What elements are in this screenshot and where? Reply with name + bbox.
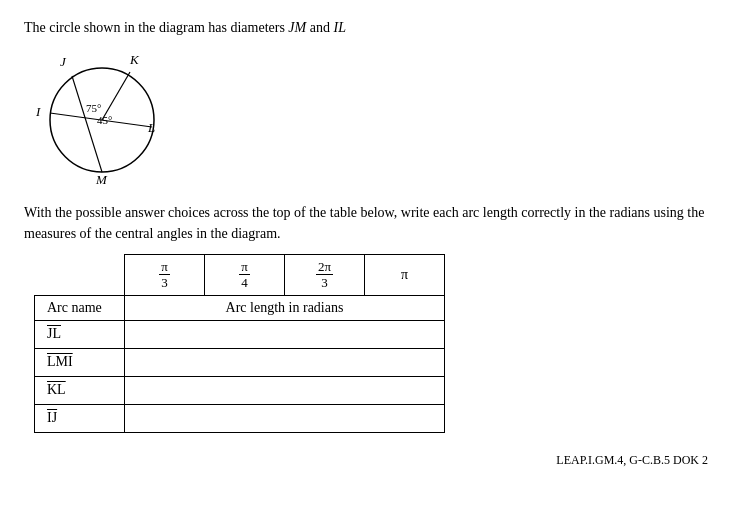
arc-ij: IJ [35, 404, 125, 432]
col-arc-name: Arc name [35, 295, 125, 320]
arc-kl-answer[interactable] [125, 376, 445, 404]
circle-diagram: J K I L M 75° 45° [34, 48, 174, 188]
angle-45: 45° [97, 114, 112, 126]
table-row-lmi: LMI [35, 348, 445, 376]
arc-lmi: LMI [35, 348, 125, 376]
choice-2pi-3: 2π 3 [285, 254, 365, 295]
svg-line-3 [102, 72, 130, 120]
label-k: K [129, 52, 140, 67]
arc-jl-answer[interactable] [125, 320, 445, 348]
table-row-kl: KL [35, 376, 445, 404]
table-container: π 3 π 4 2π 3 π Arc name Arc length in [34, 254, 708, 433]
table-row-ij: IJ [35, 404, 445, 432]
arc-kl: KL [35, 376, 125, 404]
instruction-text: With the possible answer choices across … [24, 202, 708, 244]
answer-table: π 3 π 4 2π 3 π Arc name Arc length in [34, 254, 445, 433]
footer: LEAP.I.GM.4, G-C.B.5 DOK 2 [24, 453, 708, 468]
label-l: L [147, 120, 155, 135]
jm-label: JM [288, 20, 306, 35]
label-j: J [60, 54, 67, 69]
answer-choices-row: π 3 π 4 2π 3 π [35, 254, 445, 295]
circle-svg: J K I L M 75° 45° [34, 48, 174, 188]
instruction-content: With the possible answer choices across … [24, 205, 704, 241]
label-i: I [35, 104, 41, 119]
arc-ij-answer[interactable] [125, 404, 445, 432]
label-m: M [95, 172, 108, 187]
choice-pi: π [365, 254, 445, 295]
choice-pi-4: π 4 [205, 254, 285, 295]
header-text1: The circle shown in the diagram has diam… [24, 20, 288, 35]
col-arc-length: Arc length in radians [125, 295, 445, 320]
footer-label: LEAP.I.GM.4, G-C.B.5 DOK 2 [556, 453, 708, 467]
problem-statement: The circle shown in the diagram has diam… [24, 18, 708, 38]
arc-lmi-answer[interactable] [125, 348, 445, 376]
table-header-row: Arc name Arc length in radians [35, 295, 445, 320]
il-label: IL [333, 20, 345, 35]
choice-pi-3: π 3 [125, 254, 205, 295]
angle-75: 75° [86, 102, 101, 114]
diagram-area: J K I L M 75° 45° [34, 48, 708, 188]
and-text: and [310, 20, 330, 35]
table-row-jl: JL [35, 320, 445, 348]
arc-jl: JL [35, 320, 125, 348]
